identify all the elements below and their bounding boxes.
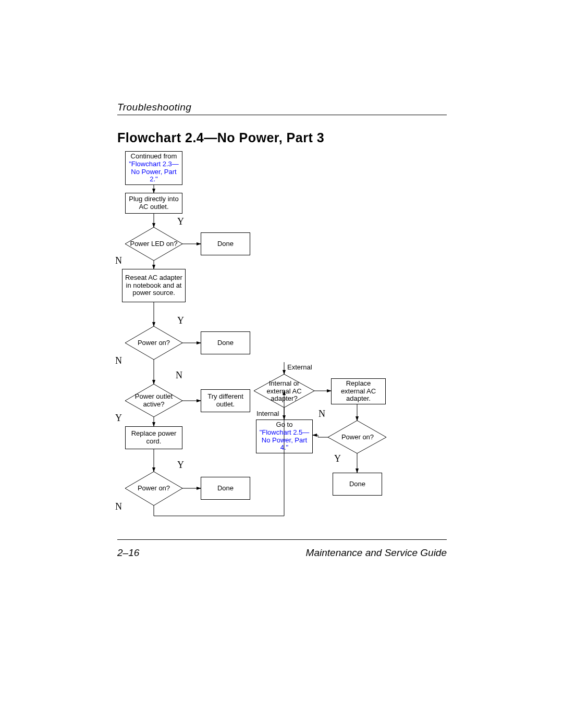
label-n-5: N <box>319 409 325 419</box>
box-go-to: Go to "Flowchart 2.5—No Power, Part 4." <box>256 419 313 453</box>
flowchart: Continued from "Flowchart 2.3—No Power, … <box>117 151 447 532</box>
text: Go to "Flowchart 2.5—No Power, Part 4." <box>259 421 310 452</box>
document-page: Troubleshooting Flowchart 2.4—No Power, … <box>0 0 563 728</box>
diamond-outlet-active: Power outlet active? <box>125 387 182 414</box>
label-y-5: Y <box>334 453 341 464</box>
box-done-2: Done <box>201 331 250 354</box>
box-done-4: Done <box>333 473 382 496</box>
diamond-power-led: Power LED on? <box>125 230 182 257</box>
page-number: 2–16 <box>117 547 139 559</box>
label-y-2: Y <box>177 315 184 326</box>
guide-title: Maintenance and Service Guide <box>306 547 447 559</box>
label-y-3: Y <box>115 413 122 424</box>
cont-text: Continued from <box>131 152 177 160</box>
link-flowchart-2-5[interactable]: "Flowchart 2.5—No Power, Part 4." <box>260 428 310 452</box>
divider-bottom <box>117 539 447 540</box>
box-done-1: Done <box>201 232 250 255</box>
section-header: Troubleshooting <box>117 102 191 113</box>
box-try-outlet: Try different outlet. <box>201 389 250 412</box>
diamond-power-on-2: Power on? <box>125 475 182 502</box>
diamond-power-on-1: Power on? <box>125 329 182 356</box>
box-continued-from: Continued from "Flowchart 2.3—No Power, … <box>125 151 182 185</box>
diamond-power-on-3: Power on? <box>328 424 387 451</box>
text: Continued from "Flowchart 2.3—No Power, … <box>128 153 180 184</box>
goto-text: Go to <box>276 421 293 428</box>
box-reseat: Reseat AC adapter in notebook and at pow… <box>122 269 186 302</box>
label-y-4: Y <box>177 460 184 471</box>
label-n-3: N <box>176 370 182 381</box>
box-done-3: Done <box>201 477 250 500</box>
label-y-1: Y <box>177 216 184 227</box>
page-title: Flowchart 2.4—No Power, Part 3 <box>117 130 324 145</box>
label-n-2: N <box>115 355 122 366</box>
divider-top <box>117 115 447 115</box>
label-n-4: N <box>115 501 122 512</box>
label-external: External <box>287 363 312 371</box>
diamond-int-ext: Internal or external AC adapter? <box>255 378 313 405</box>
label-n-1: N <box>115 255 122 266</box>
link-flowchart-2-3[interactable]: "Flowchart 2.3—No Power, Part 2." <box>129 160 179 183</box>
box-replace-ext: Replace external AC adapter. <box>331 378 386 404</box>
box-replace-cord: Replace power cord. <box>125 426 182 449</box>
label-internal: Internal <box>256 410 279 417</box>
box-plug-ac: Plug directly into AC outlet. <box>125 193 182 214</box>
